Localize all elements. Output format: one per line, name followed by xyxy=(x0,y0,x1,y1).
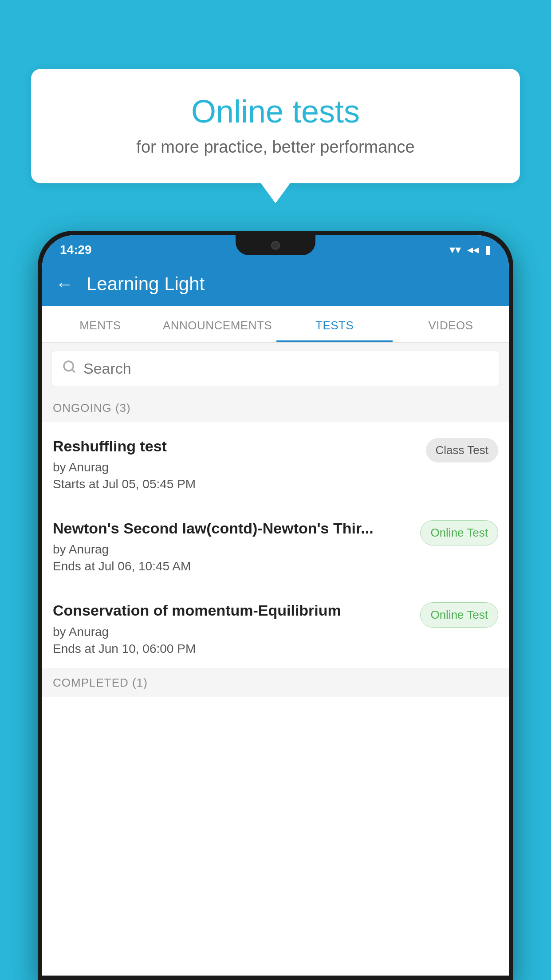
completed-section-header: COMPLETED (1) xyxy=(42,669,509,697)
test-list: Reshuffling test by Anurag Starts at Jul… xyxy=(42,422,509,669)
search-input-wrapper[interactable] xyxy=(51,351,500,386)
test-info: Reshuffling test by Anurag Starts at Jul… xyxy=(53,436,417,491)
test-info: Newton's Second law(contd)-Newton's Thir… xyxy=(53,518,411,573)
completed-label: COMPLETED (1) xyxy=(53,676,148,689)
test-badge-class: Class Test xyxy=(426,438,498,462)
test-item[interactable]: Newton's Second law(contd)-Newton's Thir… xyxy=(42,504,509,586)
app-title: Learning Light xyxy=(87,273,205,295)
battery-icon: ▮ xyxy=(485,243,491,257)
test-name: Reshuffling test xyxy=(53,436,417,456)
tab-tests[interactable]: TESTS xyxy=(276,306,393,342)
test-item[interactable]: Reshuffling test by Anurag Starts at Jul… xyxy=(42,422,509,504)
back-button[interactable]: ← xyxy=(55,274,73,294)
test-author: by Anurag xyxy=(53,625,411,639)
ongoing-section-header: ONGOING (3) xyxy=(42,394,509,422)
test-badge-online: Online Test xyxy=(420,602,498,628)
camera-dot xyxy=(271,241,280,250)
status-time: 14:29 xyxy=(60,243,92,257)
test-author: by Anurag xyxy=(53,542,411,557)
test-time: Ends at Jul 06, 10:45 AM xyxy=(53,559,411,573)
app-bar: ← Learning Light xyxy=(42,262,509,306)
test-author: by Anurag xyxy=(53,460,417,474)
signal-icon: ◂◂ xyxy=(467,243,479,257)
test-name: Conservation of momentum-Equilibrium xyxy=(53,601,411,620)
test-item[interactable]: Conservation of momentum-Equilibrium by … xyxy=(42,586,509,668)
tab-ments[interactable]: MENTS xyxy=(42,306,158,342)
test-name: Newton's Second law(contd)-Newton's Thir… xyxy=(53,518,411,538)
tab-videos[interactable]: VIDEOS xyxy=(393,306,509,342)
status-icons: ▾▾ ◂◂ ▮ xyxy=(449,243,491,257)
phone-notch xyxy=(236,235,315,255)
bubble-subtitle: for more practice, better performance xyxy=(58,138,493,157)
speech-bubble-container: Online tests for more practice, better p… xyxy=(31,69,520,183)
phone-frame: 14:29 ▾▾ ◂◂ ▮ ← Learning Light MENTS ANN… xyxy=(38,231,513,980)
search-input[interactable] xyxy=(83,360,489,377)
phone-inner: 14:29 ▾▾ ◂◂ ▮ ← Learning Light MENTS ANN… xyxy=(42,235,509,976)
test-badge-online: Online Test xyxy=(420,520,498,545)
search-container xyxy=(42,343,509,394)
tab-announcements[interactable]: ANNOUNCEMENTS xyxy=(158,306,276,342)
test-info: Conservation of momentum-Equilibrium by … xyxy=(53,601,411,656)
test-time: Starts at Jul 05, 05:45 PM xyxy=(53,477,417,491)
search-icon xyxy=(62,359,76,378)
tabs-container: MENTS ANNOUNCEMENTS TESTS VIDEOS xyxy=(42,306,509,343)
svg-line-1 xyxy=(72,369,75,372)
speech-bubble: Online tests for more practice, better p… xyxy=(31,69,520,183)
wifi-icon: ▾▾ xyxy=(449,243,461,257)
ongoing-label: ONGOING (3) xyxy=(53,401,131,415)
bubble-title: Online tests xyxy=(58,93,493,130)
test-time: Ends at Jun 10, 06:00 PM xyxy=(53,642,411,656)
